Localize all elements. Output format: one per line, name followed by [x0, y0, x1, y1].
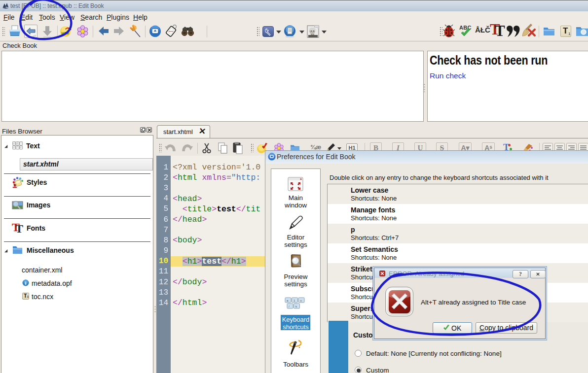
svg-text:HTM: HTM	[62, 32, 69, 35]
svg-text:E=mc²: E=mc²	[314, 26, 319, 28]
svg-text:i: i	[25, 280, 26, 286]
